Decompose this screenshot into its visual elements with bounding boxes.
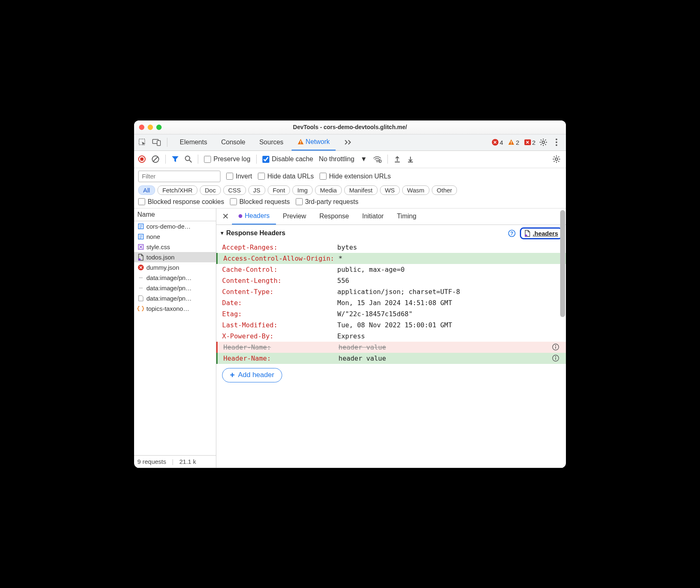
- request-row[interactable]: cors-demo-de…: [134, 221, 216, 231]
- hide-extension-urls-checkbox[interactable]: Hide extension URLs: [320, 173, 391, 180]
- type-filter-fetch-xhr[interactable]: Fetch/XHR: [158, 185, 197, 195]
- tab-network[interactable]: Network: [292, 134, 336, 150]
- close-window-button[interactable]: [139, 125, 144, 130]
- header-row: Accept-Ranges:bytes: [216, 242, 566, 253]
- info-button[interactable]: [552, 354, 560, 362]
- request-row[interactable]: style.css: [134, 242, 216, 252]
- kebab-icon: [555, 138, 558, 146]
- type-filter-other[interactable]: Other: [432, 185, 457, 195]
- network-conditions-button[interactable]: [373, 155, 382, 163]
- gear-icon: [552, 155, 561, 163]
- type-filter-js[interactable]: JS: [248, 185, 266, 195]
- tab-sources[interactable]: Sources: [253, 134, 289, 150]
- upload-har-button[interactable]: [394, 155, 401, 163]
- detail-tab-headers[interactable]: Headers: [232, 208, 276, 225]
- close-details-button[interactable]: ✕: [219, 211, 232, 221]
- info-button[interactable]: [552, 343, 560, 351]
- header-value: header value: [338, 343, 552, 351]
- scrollbar-thumb[interactable]: [560, 210, 565, 317]
- titlebar: DevTools - cors-demo-devtools.glitch.me/: [134, 120, 566, 134]
- request-row[interactable]: todos.json: [134, 252, 216, 262]
- download-har-button[interactable]: [407, 155, 414, 163]
- type-filter-media[interactable]: Media: [315, 185, 342, 195]
- type-filter-img[interactable]: Img: [292, 185, 313, 195]
- minimize-window-button[interactable]: [148, 125, 153, 130]
- request-row[interactable]: none: [134, 231, 216, 242]
- detail-tab-response[interactable]: Response: [313, 208, 355, 225]
- header-value: Express: [337, 332, 560, 340]
- preserve-log-checkbox[interactable]: Preserve log: [204, 155, 250, 163]
- header-name: Header-Name:: [223, 343, 338, 351]
- blocked-cookies-checkbox[interactable]: Blocked response cookies: [138, 198, 224, 206]
- maximize-window-button[interactable]: [156, 125, 162, 130]
- type-filter-wasm[interactable]: Wasm: [402, 185, 429, 195]
- name-column-header[interactable]: Name: [134, 208, 216, 221]
- svg-point-15: [377, 161, 378, 162]
- tab-elements[interactable]: Elements: [174, 134, 213, 150]
- header-value: application/json; charset=UTF-8: [337, 288, 560, 296]
- response-headers-section[interactable]: ▼ Response Headers ? .headers: [216, 225, 566, 242]
- svg-point-10: [556, 144, 557, 146]
- header-row: Content-Type:application/json; charset=U…: [216, 286, 566, 297]
- header-name: Etag:: [222, 310, 337, 318]
- request-row[interactable]: data:image/pn…: [134, 283, 216, 293]
- type-filter-all[interactable]: All: [138, 185, 155, 195]
- record-button[interactable]: [138, 155, 146, 163]
- tab-network-label: Network: [306, 138, 330, 146]
- header-name: Accept-Ranges:: [222, 243, 337, 251]
- request-row[interactable]: dummy.json: [134, 262, 216, 273]
- detail-tab-initiator[interactable]: Initiator: [355, 208, 390, 225]
- kebab-menu-button[interactable]: [551, 137, 562, 148]
- request-type-icon: [137, 254, 144, 260]
- request-row[interactable]: data:image/pn…: [134, 293, 216, 303]
- header-value: W/"22c-18457c15d68": [337, 310, 560, 318]
- inspect-icon[interactable]: [138, 138, 146, 146]
- settings-button[interactable]: [538, 137, 549, 148]
- svg-point-13: [185, 156, 190, 161]
- blocked-requests-checkbox[interactable]: Blocked requests: [230, 198, 290, 206]
- detail-tab-preview[interactable]: Preview: [276, 208, 313, 225]
- search-button[interactable]: [185, 155, 192, 163]
- disable-cache-checkbox[interactable]: Disable cache: [262, 155, 313, 163]
- svg-point-38: [555, 356, 556, 357]
- type-filter-font[interactable]: Font: [268, 185, 290, 195]
- request-type-icon: [137, 233, 144, 240]
- request-name: data:image/pn…: [146, 285, 192, 292]
- type-filter-css[interactable]: CSS: [223, 185, 246, 195]
- type-filter-ws[interactable]: WS: [380, 185, 400, 195]
- warning-icon: [297, 139, 304, 145]
- clear-button[interactable]: [151, 155, 160, 163]
- blocked-badge[interactable]: ✕2: [524, 139, 535, 146]
- detail-tab-timing[interactable]: Timing: [390, 208, 423, 225]
- filter-input[interactable]: [138, 171, 220, 182]
- request-count: 9 requests: [137, 458, 166, 465]
- upload-icon: [394, 155, 401, 163]
- request-row[interactable]: data:image/pn…: [134, 273, 216, 283]
- tab-console[interactable]: Console: [216, 134, 251, 150]
- third-party-checkbox[interactable]: 3rd-party requests: [296, 198, 359, 206]
- headers-table: Accept-Ranges:bytesAccess-Control-Allow-…: [216, 242, 566, 364]
- filter-toggle-button[interactable]: [172, 155, 179, 163]
- invert-checkbox[interactable]: Invert: [226, 173, 252, 180]
- hide-data-urls-checkbox[interactable]: Hide data URLs: [258, 173, 314, 180]
- network-settings-button[interactable]: [551, 154, 562, 164]
- device-icon[interactable]: [152, 139, 161, 146]
- request-type-icon: [137, 223, 144, 229]
- more-tabs-button[interactable]: [338, 134, 358, 150]
- help-button[interactable]: ?: [508, 229, 516, 237]
- svg-rect-6: [511, 144, 512, 144]
- svg-point-35: [555, 345, 556, 346]
- add-header-button[interactable]: +Add header: [222, 368, 282, 382]
- warning-icon: [508, 139, 515, 146]
- errors-badge[interactable]: ✕4: [492, 139, 503, 146]
- divider: [167, 138, 167, 147]
- svg-point-8: [556, 139, 557, 140]
- request-name: dummy.json: [146, 264, 179, 271]
- throttling-select[interactable]: No throttling ▼: [319, 155, 367, 163]
- type-filter-doc[interactable]: Doc: [200, 185, 221, 195]
- request-row[interactable]: topics-taxono…: [134, 303, 216, 314]
- headers-override-link[interactable]: .headers: [520, 227, 563, 239]
- filter-bar: Invert Hide data URLs Hide extension URL…: [134, 168, 566, 208]
- type-filter-manifest[interactable]: Manifest: [344, 185, 378, 195]
- warnings-badge[interactable]: 2: [508, 139, 519, 146]
